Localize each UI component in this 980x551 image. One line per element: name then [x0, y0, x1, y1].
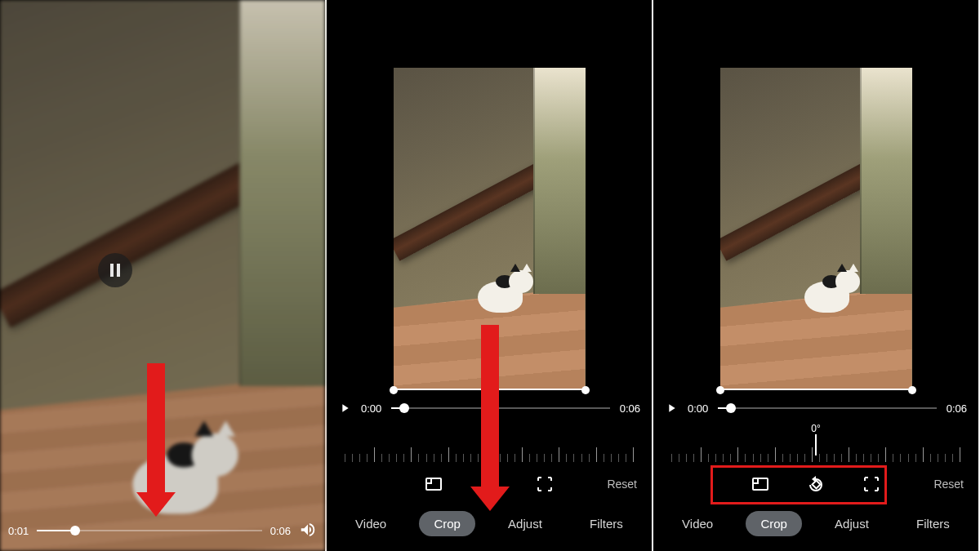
aspect-ratio-icon[interactable]: [423, 473, 444, 495]
tab-filters[interactable]: Filters: [902, 511, 964, 536]
seek-bar[interactable]: [391, 398, 609, 418]
rotation-ruler[interactable]: [671, 438, 960, 462]
volume-icon[interactable]: [299, 521, 317, 541]
freeform-crop-icon[interactable]: [861, 473, 882, 495]
tab-adjust[interactable]: Adjust: [493, 511, 557, 536]
playback-panel: 0:01 0:06: [0, 0, 327, 551]
rotate-icon[interactable]: [805, 473, 826, 495]
tab-video[interactable]: Video: [667, 511, 728, 536]
tab-crop[interactable]: Crop: [419, 511, 475, 536]
aspect-ratio-icon[interactable]: [750, 473, 771, 495]
edit-tabs: Video Crop Adjust Filters: [653, 501, 978, 551]
crop-panel: 0:00 0:06 Reset Video: [327, 0, 653, 551]
pause-button[interactable]: [98, 253, 132, 287]
tab-adjust[interactable]: Adjust: [820, 511, 884, 536]
freeform-crop-icon[interactable]: [534, 473, 555, 495]
play-button[interactable]: [338, 402, 351, 415]
crop-preview[interactable]: [720, 68, 912, 390]
tab-crop[interactable]: Crop: [746, 511, 802, 536]
total-time: 0:06: [270, 525, 291, 537]
current-time: 0:01: [8, 525, 29, 537]
crop-handle-br[interactable]: [581, 386, 590, 394]
crop-tool-row: Reset: [653, 469, 978, 501]
current-time: 0:00: [361, 402, 381, 415]
crop-handle-bl[interactable]: [390, 386, 398, 394]
seek-bar[interactable]: [718, 398, 936, 418]
current-time: 0:00: [688, 402, 708, 415]
annotation-arrow: [481, 325, 499, 488]
annotation-arrow: [147, 363, 165, 494]
seek-bar[interactable]: [37, 521, 261, 540]
reset-button[interactable]: Reset: [933, 478, 964, 491]
total-time: 0:06: [947, 402, 967, 415]
reset-button[interactable]: Reset: [607, 478, 637, 491]
total-time: 0:06: [620, 402, 640, 415]
crop-handle-br[interactable]: [908, 386, 916, 394]
crop-handle-bl[interactable]: [716, 386, 724, 394]
svg-rect-3: [813, 481, 821, 489]
tab-video[interactable]: Video: [341, 511, 401, 536]
play-button[interactable]: [665, 402, 678, 415]
crop-tools-highlight-panel: 0:00 0:06 0° Reset Vid: [653, 0, 980, 551]
tab-filters[interactable]: Filters: [575, 511, 638, 536]
